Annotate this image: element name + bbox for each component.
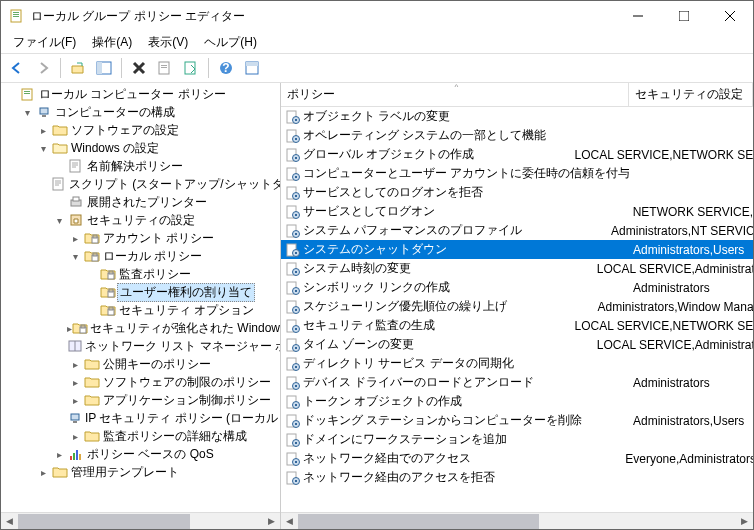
export-list-button[interactable] — [179, 56, 203, 80]
list-header: ポリシー セキュリティの設定 — [281, 83, 753, 107]
policy-row[interactable]: ドメインにワークステーションを追加 — [281, 430, 753, 449]
policy-name: トークン オブジェクトの作成 — [303, 393, 462, 410]
policy-row[interactable]: システム パフォーマンスのプロファイルAdministrators,NT SER… — [281, 221, 753, 240]
admin-templates-node[interactable]: ▸管理用テンプレート — [3, 463, 280, 481]
policy-row[interactable]: オペレーティング システムの一部として機能 — [281, 126, 753, 145]
expand-icon[interactable]: ▾ — [51, 215, 67, 226]
policy-row[interactable]: トークン オブジェクトの作成 — [281, 392, 753, 411]
column-policy[interactable]: ポリシー — [281, 83, 629, 106]
policy-icon — [285, 433, 303, 447]
local-policies-node[interactable]: ▾ローカル ポリシー — [3, 247, 280, 265]
column-setting[interactable]: セキュリティの設定 — [629, 83, 753, 106]
up-button[interactable] — [66, 56, 90, 80]
policy-row[interactable]: コンピューターとユーザー アカウントに委任時の信頼を付与 — [281, 164, 753, 183]
expand-icon[interactable]: ▸ — [67, 377, 83, 388]
properties-button[interactable] — [153, 56, 177, 80]
policy-row[interactable]: グローバル オブジェクトの作成LOCAL SERVICE,NETWORK SER… — [281, 145, 753, 164]
tree-label: ソフトウェアの設定 — [69, 122, 181, 139]
advanced-audit-node[interactable]: ▸監査ポリシーの詳細な構成 — [3, 427, 280, 445]
policy-row[interactable]: スケジューリング優先順位の繰り上げAdministrators,Window M… — [281, 297, 753, 316]
expand-icon[interactable]: ▸ — [35, 125, 51, 136]
software-restriction-node[interactable]: ▸ソフトウェアの制限のポリシー — [3, 373, 280, 391]
tree-label: 名前解決ポリシー — [85, 158, 185, 175]
policy-name: グローバル オブジェクトの作成 — [303, 146, 474, 163]
policy-row[interactable]: システムのシャットダウンAdministrators,Users — [281, 240, 753, 259]
security-settings-node[interactable]: ▾セキュリティの設定 — [3, 211, 280, 229]
policy-setting: LOCAL SERVICE,Administrators — [593, 338, 753, 352]
tree-label: 監査ポリシー — [117, 266, 193, 283]
policy-icon — [285, 243, 303, 257]
svg-rect-92 — [295, 385, 297, 387]
account-policies-node[interactable]: ▸アカウント ポリシー — [3, 229, 280, 247]
tree-pane: ローカル コンピューター ポリシー▾コンピューターの構成▸ソフトウェアの設定▾W… — [1, 83, 281, 529]
tree-icon — [51, 177, 67, 191]
menu-action[interactable]: 操作(A) — [84, 32, 140, 53]
policy-setting: Administrators,NT SERVICE — [607, 224, 753, 238]
deployed-printers-node[interactable]: 展開されたプリンター — [3, 193, 280, 211]
ip-security-node[interactable]: IP セキュリティ ポリシー (ローカル コンピューター) — [3, 409, 280, 427]
forward-button[interactable] — [31, 56, 55, 80]
expand-icon[interactable]: ▸ — [51, 449, 67, 460]
network-list-node[interactable]: ネットワーク リスト マネージャー ポリシー — [3, 337, 280, 355]
expand-icon[interactable]: ▾ — [19, 107, 35, 118]
refresh-button[interactable] — [240, 56, 264, 80]
policy-row[interactable]: デバイス ドライバーのロードとアンロードAdministrators — [281, 373, 753, 392]
app-control-node[interactable]: ▸アプリケーション制御ポリシー — [3, 391, 280, 409]
menu-file[interactable]: ファイル(F) — [5, 32, 84, 53]
expand-icon[interactable]: ▸ — [35, 467, 51, 478]
policy-row[interactable]: サービスとしてログオンNETWORK SERVICE, — [281, 202, 753, 221]
expand-icon[interactable]: ▸ — [67, 359, 83, 370]
windows-firewall-node[interactable]: ▸セキュリティが強化された Windows Defender ファイアウォール — [3, 319, 280, 337]
scripts-node[interactable]: スクリプト (スタートアップ/シャットダウン) — [3, 175, 280, 193]
tree-label: ローカル コンピューター ポリシー — [37, 86, 228, 103]
policy-row[interactable]: タイム ゾーンの変更LOCAL SERVICE,Administrators — [281, 335, 753, 354]
policy-row[interactable]: ネットワーク経由でのアクセスEveryone,Administrators — [281, 449, 753, 468]
menu-view[interactable]: 表示(V) — [140, 32, 196, 53]
tree-label: ネットワーク リスト マネージャー ポリシー — [83, 338, 280, 355]
policy-setting: Administrators — [629, 281, 710, 295]
minimize-button[interactable] — [615, 1, 661, 31]
expand-icon[interactable]: ▸ — [67, 431, 83, 442]
maximize-button[interactable] — [661, 1, 707, 31]
expand-icon[interactable]: ▾ — [67, 251, 83, 262]
svg-rect-18 — [22, 89, 32, 100]
help-button[interactable]: ? — [214, 56, 238, 80]
policy-tree[interactable]: ローカル コンピューター ポリシー▾コンピューターの構成▸ソフトウェアの設定▾W… — [1, 83, 280, 512]
root-node[interactable]: ローカル コンピューター ポリシー — [3, 85, 280, 103]
tree-icon — [51, 123, 69, 137]
close-button[interactable] — [707, 1, 753, 31]
expand-icon[interactable]: ▾ — [35, 143, 51, 154]
qos-node[interactable]: ▸ポリシー ベースの QoS — [3, 445, 280, 463]
security-options-node[interactable]: セキュリティ オプション — [3, 301, 280, 319]
windows-settings-node[interactable]: ▾Windows の設定 — [3, 139, 280, 157]
list-horizontal-scrollbar[interactable]: ◀ ▶ — [281, 512, 753, 529]
svg-rect-104 — [295, 461, 297, 463]
policy-row[interactable]: オブジェクト ラベルの変更 — [281, 107, 753, 126]
policy-row[interactable]: サービスとしてのログオンを拒否 — [281, 183, 753, 202]
tree-label: 監査ポリシーの詳細な構成 — [101, 428, 249, 445]
user-rights-node[interactable]: ユーザー権利の割り当て — [3, 283, 280, 301]
policy-list[interactable]: オブジェクト ラベルの変更オペレーティング システムの一部として機能グローバル … — [281, 107, 753, 512]
menu-help[interactable]: ヘルプ(H) — [196, 32, 265, 53]
policy-row[interactable]: シンボリック リンクの作成Administrators — [281, 278, 753, 297]
policy-row[interactable]: ディレクトリ サービス データの同期化 — [281, 354, 753, 373]
show-hide-tree-button[interactable] — [92, 56, 116, 80]
policy-row[interactable]: セキュリティ監査の生成LOCAL SERVICE,NETWORK SERVICE — [281, 316, 753, 335]
back-button[interactable] — [5, 56, 29, 80]
policy-setting: NETWORK SERVICE, — [629, 205, 753, 219]
policy-row[interactable]: ドッキング ステーションからコンピューターを削除Administrators,U… — [281, 411, 753, 430]
software-settings-node[interactable]: ▸ソフトウェアの設定 — [3, 121, 280, 139]
policy-icon — [285, 167, 303, 181]
audit-policy-node[interactable]: 監査ポリシー — [3, 265, 280, 283]
public-key-node[interactable]: ▸公開キーのポリシー — [3, 355, 280, 373]
policy-row[interactable]: システム時刻の変更LOCAL SERVICE,Administrators — [281, 259, 753, 278]
tree-horizontal-scrollbar[interactable]: ◀ ▶ — [1, 512, 280, 529]
svg-rect-12 — [161, 67, 167, 68]
expand-icon[interactable]: ▸ — [67, 233, 83, 244]
delete-button[interactable] — [127, 56, 151, 80]
name-resolution-node[interactable]: 名前解決ポリシー — [3, 157, 280, 175]
computer-config-node[interactable]: ▾コンピューターの構成 — [3, 103, 280, 121]
tree-label: ローカル ポリシー — [101, 248, 204, 265]
policy-row[interactable]: ネットワーク経由のアクセスを拒否 — [281, 468, 753, 487]
expand-icon[interactable]: ▸ — [67, 395, 83, 406]
